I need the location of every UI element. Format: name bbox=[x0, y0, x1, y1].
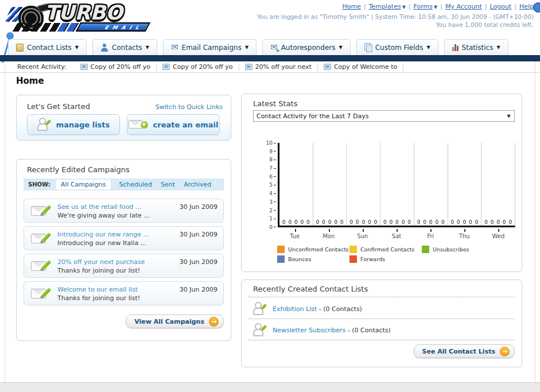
get-started-title: Let's Get Started bbox=[27, 102, 90, 111]
campaign-subtitle: Thanks for joining our list! bbox=[57, 294, 140, 302]
header-link-home[interactable]: Home bbox=[343, 3, 361, 10]
tab-email-campaigns[interactable]: Email Campaigns ▼ bbox=[163, 39, 257, 55]
campaign-subtitle: We're giving away our late ... bbox=[57, 212, 150, 219]
recent-activity-item[interactable]: Copy of 20% off yo bbox=[157, 63, 239, 71]
campaign-date: 30 Jun 2009 bbox=[180, 286, 217, 293]
y-tick-label: 0 bbox=[259, 224, 276, 230]
latest-stats-panel: Latest Stats Contact Activity for the La… bbox=[241, 94, 522, 272]
x-tick-label: Sun bbox=[345, 229, 379, 239]
dotted-divider bbox=[248, 297, 515, 297]
header-link-my-account[interactable]: My Account bbox=[445, 3, 482, 10]
x-tick-label: Tue bbox=[278, 229, 312, 239]
campaigns-filter-bar: SHOW: All Campaigns Scheduled Sent Archi… bbox=[24, 178, 224, 191]
y-tick-label: 9 bbox=[259, 149, 276, 154]
view-all-campaigns-button[interactable]: View All Campaigns bbox=[126, 315, 224, 328]
tab-statistics[interactable]: Statistics ▼ bbox=[444, 39, 508, 55]
campaign-date: 30 Jun 2009 bbox=[180, 203, 217, 211]
envelope-icon bbox=[324, 64, 331, 70]
legend-item: Unconfirmed Contacts bbox=[277, 244, 349, 254]
contact-list-link[interactable]: Newsletter Subscribers bbox=[273, 327, 345, 334]
y-axis-labels: 109876543210 bbox=[259, 140, 276, 230]
get-started-panel: Let's Get Started Switch to Quick Links … bbox=[16, 95, 231, 141]
x-tick-label: Thu bbox=[448, 229, 481, 239]
campaign-card: Introducing our new range ... Introducin… bbox=[24, 226, 224, 250]
recent-activity-item[interactable]: Copy of 20% off yo bbox=[75, 63, 157, 71]
y-tick-label: 7 bbox=[259, 165, 276, 171]
campaign-title-link[interactable]: 20% off your next purchase bbox=[57, 258, 145, 266]
contact-lists-title: Recently Created Contact Lists bbox=[253, 285, 368, 293]
contact-list-item: Newsletter Subscribers - (0 Contacts) bbox=[253, 321, 391, 339]
main-navigation: Contact Lists ▼ Contacts ▼ Email Campaig… bbox=[8, 39, 508, 55]
header-links: Home|Templates▼|Forms▼|My Account|Logout… bbox=[247, 3, 534, 10]
turbo-email-logo[interactable]: TURBO EMAIL bbox=[5, 1, 160, 36]
manage-lists-button[interactable]: manage lists bbox=[27, 114, 120, 135]
legend-item: Unsubscribes bbox=[422, 244, 494, 254]
chart-day-column: 00000 bbox=[448, 143, 481, 226]
decoration-dot bbox=[533, 2, 540, 13]
tab-dropdown-arrow-icon: ▼ bbox=[496, 45, 500, 50]
contact-lists-panel: Recently Created Contact Lists Exhibitio… bbox=[241, 280, 522, 367]
edit-campaign-icon bbox=[31, 231, 52, 247]
chart-day-column: 00000 bbox=[346, 143, 380, 226]
filter-archived[interactable]: Archived bbox=[184, 181, 211, 188]
filter-all-campaigns[interactable]: All Campaigns bbox=[56, 180, 111, 189]
x-tick-label: Wed bbox=[481, 229, 515, 239]
campaign-date: 30 Jun 2009 bbox=[180, 231, 217, 238]
tab-contact-lists[interactable]: Contact Lists ▼ bbox=[8, 39, 87, 55]
autoresponders-icon bbox=[270, 43, 278, 52]
recent-activity-item[interactable]: Copy of Welcome to bbox=[318, 63, 403, 71]
header-link-forms[interactable]: Forms bbox=[414, 3, 433, 10]
campaign-card: See us at the retail food ... We're givi… bbox=[24, 199, 224, 223]
tab-autoresponders[interactable]: Autoresponders ▼ bbox=[262, 39, 351, 55]
logo-title: TURBO bbox=[45, 1, 123, 24]
filter-sent[interactable]: Sent bbox=[161, 181, 175, 188]
tab-dropdown-arrow-icon: ▼ bbox=[426, 45, 430, 50]
legend-swatch-icon bbox=[277, 246, 285, 253]
campaign-title-link[interactable]: Introducing our new range ... bbox=[57, 231, 149, 238]
contact-list-link[interactable]: Exhibition List bbox=[273, 305, 317, 313]
arrow-circle-icon bbox=[500, 347, 510, 356]
tab-custom-fields[interactable]: Custom Fields ▼ bbox=[356, 39, 438, 55]
tab-contacts[interactable]: Contacts ▼ bbox=[92, 39, 157, 55]
see-all-contact-lists-button[interactable]: See All Contact Lists bbox=[414, 344, 515, 358]
recent-activity-label: Recent Activity: bbox=[17, 63, 67, 71]
logo-subtitle: EMAIL bbox=[76, 22, 151, 32]
stats-period-value: Contact Activity for the Last 7 Days bbox=[257, 112, 368, 120]
recent-activity-item[interactable]: 20% off your next bbox=[239, 63, 318, 71]
show-label: SHOW: bbox=[28, 181, 50, 188]
edit-campaign-icon bbox=[31, 258, 52, 274]
legend-swatch-icon bbox=[349, 255, 357, 263]
chart-day-column: 00000 bbox=[414, 143, 448, 226]
legend-swatch-icon bbox=[277, 255, 285, 263]
create-email-icon: + bbox=[129, 118, 148, 131]
dropdown-arrow-icon: ▼ bbox=[402, 5, 406, 10]
filter-scheduled[interactable]: Scheduled bbox=[119, 181, 153, 188]
legend-item: Forwards bbox=[349, 254, 422, 264]
y-tick-label: 10 bbox=[259, 140, 276, 146]
dotted-divider bbox=[248, 340, 515, 340]
chart-day-column: 00000 bbox=[313, 143, 347, 226]
create-email-button[interactable]: + create an email bbox=[127, 114, 220, 135]
y-tick-label: 4 bbox=[259, 191, 276, 196]
campaign-title-link[interactable]: Welcome to our email list bbox=[57, 286, 138, 293]
edit-list-icon bbox=[253, 301, 267, 316]
chart-legend: Unconfirmed ContactsConfirmed ContactsUn… bbox=[277, 244, 498, 264]
tab-dropdown-arrow-icon: ▼ bbox=[339, 45, 343, 50]
x-tick-label: Mon bbox=[312, 229, 345, 239]
y-tick-label: 6 bbox=[259, 174, 276, 180]
manage-lists-icon bbox=[37, 117, 51, 132]
campaign-title-link[interactable]: See us at the retail food ... bbox=[57, 203, 141, 211]
y-tick-label: 3 bbox=[259, 199, 276, 205]
chart-day-column: 00000 bbox=[380, 143, 414, 226]
tab-dropdown-arrow-icon: ▼ bbox=[75, 45, 79, 50]
contact-lists-icon bbox=[16, 44, 24, 52]
header-link-logout[interactable]: Logout bbox=[490, 3, 512, 10]
header-link-templates[interactable]: Templates bbox=[369, 3, 401, 10]
header-link-help[interactable]: Help bbox=[519, 3, 534, 10]
legend-swatch-icon bbox=[349, 246, 357, 253]
campaign-subtitle: Introducing our new Italia ... bbox=[57, 239, 146, 247]
switch-to-quick-links[interactable]: Switch to Quick Links bbox=[156, 103, 223, 111]
stats-period-select[interactable]: Contact Activity for the Last 7 Days bbox=[253, 110, 515, 122]
campaign-card: Welcome to our email list Thanks for joi… bbox=[24, 281, 224, 305]
tab-dropdown-arrow-icon: ▼ bbox=[245, 45, 248, 50]
